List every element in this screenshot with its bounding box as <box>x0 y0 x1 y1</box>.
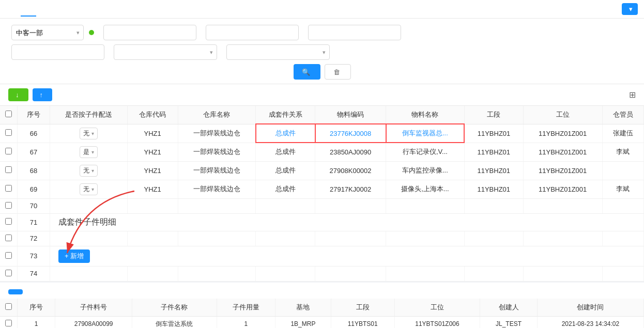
col-warehouse-code: 仓库代码 <box>127 106 178 124</box>
row-checkbox[interactable] <box>5 185 12 192</box>
child-part-input[interactable] <box>206 25 299 40</box>
cell-is-child[interactable]: 无 ▾ <box>50 161 127 180</box>
cell-material-name <box>386 198 465 213</box>
cell-relation: 总成件 <box>256 161 315 180</box>
cell-seq: 68 <box>18 161 50 180</box>
chevron-down-icon: ▾ <box>629 5 633 13</box>
sub-cell-part-no: 27908A00099 <box>55 316 132 328</box>
table-row: 68 无 ▾ YHZ1 一部焊装线边仓 总成件 27908K00002 车内监控… <box>0 161 644 180</box>
cell-material-name: 倒车监视器总... <box>386 124 465 143</box>
cell-is-child[interactable] <box>50 231 127 246</box>
cell-warehouse-code: YHZ1 <box>127 124 178 143</box>
col-warehouse-name: 仓库名称 <box>178 106 256 124</box>
is-child-cell-select[interactable]: 无 ▾ <box>80 128 98 139</box>
cell-process: 11YBHZ01 <box>464 124 523 143</box>
search-button[interactable]: 🔍 <box>294 64 320 80</box>
cell-is-child[interactable]: 无 ▾ <box>50 124 127 143</box>
table-row: 73 + 新增 <box>0 246 644 266</box>
import-button[interactable]: ↑ <box>33 88 53 101</box>
cell-process <box>464 266 523 281</box>
supplier-input[interactable] <box>308 25 401 40</box>
cell-seq: 66 <box>18 124 50 143</box>
is-child-delivery-filter <box>111 44 217 60</box>
cell-seq: 70 <box>18 198 50 213</box>
cell-material-code: 27908K00002 <box>315 161 386 180</box>
cell-seq: 72 <box>18 231 50 246</box>
table-row: 70 <box>0 198 644 213</box>
cell-material-code <box>315 231 386 246</box>
base-filter: 中客一部 <box>8 25 94 40</box>
nav-home[interactable] <box>6 6 19 13</box>
is-child-delivery-select[interactable] <box>114 44 217 60</box>
warehouse-mgr-input[interactable] <box>11 44 104 60</box>
base-select-wrapper: 中客一部 <box>11 25 84 40</box>
sub-select-all[interactable] <box>5 303 12 310</box>
sub-section-title-inline: 成套件子件明细 <box>58 217 116 226</box>
export-button[interactable]: ↓ <box>8 88 28 101</box>
sub-cell-process: 11YBTS01 <box>331 316 394 328</box>
main-table-wrapper: 序号 是否按子件配送 仓库代码 仓库名称 成套件关系 物料编码 物料名称 工段 … <box>0 106 644 282</box>
row-checkbox[interactable] <box>5 218 12 225</box>
is-child-cell-select[interactable]: 是 ▾ <box>80 146 98 158</box>
cell-material-name <box>386 231 465 246</box>
grid-layout-icon[interactable]: ⊞ <box>629 90 636 99</box>
clear-button[interactable]: 🗑 <box>325 64 351 80</box>
sub-col-creator: 创建人 <box>480 299 538 317</box>
cell-manager <box>602 198 643 213</box>
is-child-cell-select[interactable]: 无 ▾ <box>80 165 98 177</box>
cell-warehouse-name <box>178 198 256 213</box>
add-inline-button[interactable]: + 新增 <box>58 249 90 263</box>
cell-is-child[interactable] <box>50 198 127 213</box>
col-process: 工段 <box>464 106 523 124</box>
sub-col-part-no: 子件料号 <box>55 299 132 317</box>
table-header-row: 序号 是否按子件配送 仓库代码 仓库名称 成套件关系 物料编码 物料名称 工段 … <box>0 106 644 124</box>
cell-material-code: 23776KJ0008 <box>315 124 386 143</box>
top-nav: ▾ <box>0 0 644 19</box>
cell-material-name: 行车记录仪,V... <box>386 143 465 161</box>
col-station: 工位 <box>523 106 602 124</box>
sub-table-row: 1 27908A00099 倒车雷达系统 1 1B_MRP 11YBTS01 1… <box>0 316 644 328</box>
row-checkbox[interactable] <box>5 252 12 259</box>
more-button[interactable]: ▾ <box>622 3 638 15</box>
supplier-filter <box>305 25 401 40</box>
cell-material-name <box>386 266 465 281</box>
add-button[interactable] <box>8 289 23 294</box>
cell-seq: 74 <box>18 266 50 281</box>
cell-material-code <box>315 198 386 213</box>
sub-cell-creator: JL_TEST <box>480 316 538 328</box>
cell-station <box>523 266 602 281</box>
nav-tab-active[interactable] <box>21 2 36 17</box>
export-icon: ↓ <box>16 91 19 99</box>
total-part-input[interactable] <box>103 25 196 40</box>
row-checkbox[interactable] <box>5 270 12 276</box>
cell-is-child[interactable]: 无 ▾ <box>50 180 127 198</box>
cell-relation <box>256 266 315 281</box>
row-checkbox[interactable] <box>5 235 12 241</box>
row-checkbox[interactable] <box>5 202 12 209</box>
is-child-cell-select[interactable]: 无 ▾ <box>80 183 98 195</box>
import-icon: ↑ <box>40 91 43 99</box>
cell-warehouse-name <box>178 231 256 246</box>
cell-relation <box>256 231 315 246</box>
cell-manager: 李斌 <box>602 143 643 161</box>
sub-row-checkbox[interactable] <box>5 320 12 326</box>
warehouse-mgr-filter <box>8 44 104 60</box>
col-material-code: 物料编码 <box>315 106 386 124</box>
cell-is-child[interactable] <box>50 266 127 281</box>
cell-warehouse-name: 一部焊装线边仓 <box>178 161 256 180</box>
cell-process: 11YBHZ01 <box>464 143 523 161</box>
cell-relation <box>256 198 315 213</box>
cell-material-code <box>315 266 386 281</box>
row-checkbox[interactable] <box>5 148 12 154</box>
table-row: 69 无 ▾ YHZ1 一部焊装线边仓 总成件 27917KJ0002 摄像头,… <box>0 180 644 198</box>
cell-is-child[interactable]: 是 ▾ <box>50 143 127 161</box>
select-all-checkbox[interactable] <box>5 111 12 117</box>
cell-relation: 总成件 <box>256 180 315 198</box>
is-maintained-select[interactable] <box>226 44 330 60</box>
cell-warehouse-code: YHZ1 <box>127 180 178 198</box>
base-select[interactable]: 中客一部 <box>11 25 84 40</box>
row-checkbox[interactable] <box>5 129 12 136</box>
cell-warehouse-name: 一部焊装线边仓 <box>178 180 256 198</box>
is-child-delivery-wrapper <box>114 44 217 60</box>
row-checkbox[interactable] <box>5 166 12 173</box>
